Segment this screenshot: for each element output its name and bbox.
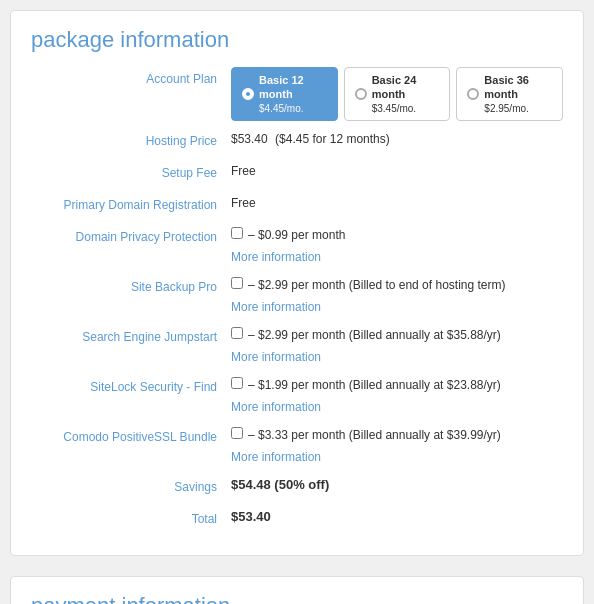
domain-privacy-more-link[interactable]: More information [231, 247, 563, 267]
domain-privacy-checkbox-row: – $0.99 per month [231, 225, 563, 245]
site-backup-checkbox[interactable] [231, 277, 243, 289]
total-label: Total [31, 507, 231, 529]
site-backup-more-link[interactable]: More information [231, 297, 563, 317]
plan-12-radio [242, 88, 254, 100]
plan-24-price: $3.45/mo. [372, 102, 440, 115]
plan-12-name: Basic 12 month [259, 73, 327, 102]
site-backup-row: Site Backup Pro – $2.99 per month (Bille… [31, 275, 563, 317]
domain-privacy-row: Domain Privacy Protection – $0.99 per mo… [31, 225, 563, 267]
comodo-label: Comodo PositiveSSL Bundle [31, 425, 231, 447]
search-engine-checkbox[interactable] [231, 327, 243, 339]
plan-options-group: Basic 12 month $4.45/mo. Basic 24 month … [231, 67, 563, 121]
plan-24-radio [355, 88, 367, 100]
search-engine-row: Search Engine Jumpstart – $2.99 per mont… [31, 325, 563, 367]
package-section-title: package information [31, 27, 563, 53]
hosting-price-note: ($4.45 for 12 months) [275, 132, 390, 146]
account-plan-options: Basic 12 month $4.45/mo. Basic 24 month … [231, 67, 563, 121]
plan-12-price: $4.45/mo. [259, 102, 327, 115]
sitelock-row: SiteLock Security - Find – $1.99 per mon… [31, 375, 563, 417]
hosting-price-amount: $53.40 [231, 132, 268, 146]
comodo-text: – $3.33 per month (Billed annually at $3… [248, 425, 501, 445]
total-value: $53.40 [231, 507, 563, 527]
savings-value: $54.48 (50% off) [231, 475, 563, 495]
sitelock-label: SiteLock Security - Find [31, 375, 231, 397]
package-section: package information Account Plan Basic 1… [10, 10, 584, 556]
comodo-checkbox-row: – $3.33 per month (Billed annually at $3… [231, 425, 563, 445]
sitelock-value: – $1.99 per month (Billed annually at $2… [231, 375, 563, 417]
payment-section-title: payment information [31, 593, 563, 604]
primary-domain-row: Primary Domain Registration Free [31, 193, 563, 217]
plan-24-name: Basic 24 month [372, 73, 440, 102]
search-engine-checkbox-row: – $2.99 per month (Billed annually at $3… [231, 325, 563, 345]
plan-24-month[interactable]: Basic 24 month $3.45/mo. [344, 67, 451, 121]
primary-domain-value: Free [231, 193, 563, 213]
domain-privacy-label: Domain Privacy Protection [31, 225, 231, 247]
search-engine-value: – $2.99 per month (Billed annually at $3… [231, 325, 563, 367]
site-backup-label: Site Backup Pro [31, 275, 231, 297]
setup-fee-value: Free [231, 161, 563, 181]
comodo-more-link[interactable]: More information [231, 447, 563, 467]
hosting-price-label: Hosting Price [31, 129, 231, 151]
plan-36-month[interactable]: Basic 36 month $2.95/mo. [456, 67, 563, 121]
domain-privacy-checkbox[interactable] [231, 227, 243, 239]
domain-privacy-text: – $0.99 per month [248, 225, 345, 245]
comodo-row: Comodo PositiveSSL Bundle – $3.33 per mo… [31, 425, 563, 467]
plan-36-price: $2.95/mo. [484, 102, 552, 115]
setup-fee-label: Setup Fee [31, 161, 231, 183]
comodo-value: – $3.33 per month (Billed annually at $3… [231, 425, 563, 467]
total-row: Total $53.40 [31, 507, 563, 531]
search-engine-more-link[interactable]: More information [231, 347, 563, 367]
setup-fee-row: Setup Fee Free [31, 161, 563, 185]
sitelock-checkbox[interactable] [231, 377, 243, 389]
domain-privacy-value: – $0.99 per month More information [231, 225, 563, 267]
sitelock-text: – $1.99 per month (Billed annually at $2… [248, 375, 501, 395]
sitelock-more-link[interactable]: More information [231, 397, 563, 417]
site-backup-checkbox-row: – $2.99 per month (Billed to end of host… [231, 275, 563, 295]
plan-36-name: Basic 36 month [484, 73, 552, 102]
sitelock-checkbox-row: – $1.99 per month (Billed annually at $2… [231, 375, 563, 395]
savings-row: Savings $54.48 (50% off) [31, 475, 563, 499]
primary-domain-label: Primary Domain Registration [31, 193, 231, 215]
hosting-price-row: Hosting Price $53.40 ($4.45 for 12 month… [31, 129, 563, 153]
account-plan-row: Account Plan Basic 12 month $4.45/mo. Ba… [31, 67, 563, 121]
payment-section: payment information Pay by credit card, … [10, 576, 584, 604]
site-backup-text: – $2.99 per month (Billed to end of host… [248, 275, 505, 295]
hosting-price-value: $53.40 ($4.45 for 12 months) [231, 129, 563, 149]
account-plan-label: Account Plan [31, 67, 231, 89]
site-backup-value: – $2.99 per month (Billed to end of host… [231, 275, 563, 317]
comodo-checkbox[interactable] [231, 427, 243, 439]
plan-36-radio [467, 88, 479, 100]
search-engine-text: – $2.99 per month (Billed annually at $3… [248, 325, 501, 345]
plan-12-month[interactable]: Basic 12 month $4.45/mo. [231, 67, 338, 121]
search-engine-label: Search Engine Jumpstart [31, 325, 231, 347]
savings-label: Savings [31, 475, 231, 497]
